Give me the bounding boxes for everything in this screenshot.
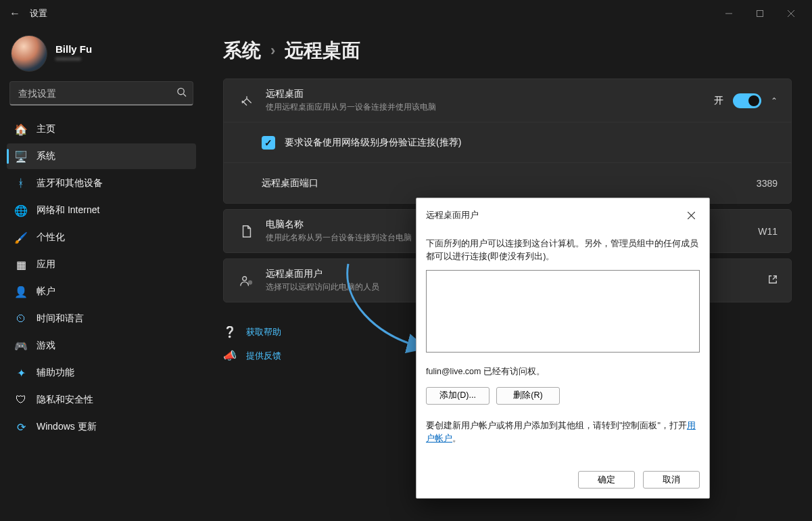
sidebar-item-time[interactable]: ⏲ 时间和语言 xyxy=(7,306,196,332)
home-icon: 🏠 xyxy=(15,123,27,135)
sidebar-item-label: 辅助功能 xyxy=(37,367,74,379)
clock-icon: ⏲ xyxy=(15,313,27,325)
sidebar-item-home[interactable]: 🏠 主页 xyxy=(7,116,196,142)
shield-icon: 🛡 xyxy=(15,394,27,406)
rdp-nla-row[interactable]: ✓ 要求设备使用网络级别身份验证连接(推荐) xyxy=(224,122,791,162)
dialog-desc: 下面所列的用户可以连接到这台计算机。另外，管理员组中的任何成员都可以进行连接(即… xyxy=(426,237,700,263)
rdp-card: 远程桌面 使用远程桌面应用从另一设备连接并使用该电脑 开 ⌃ ✓ 要求设备使用网… xyxy=(223,78,792,204)
rdp-title: 远程桌面 xyxy=(266,88,714,100)
sidebar-item-label: 时间和语言 xyxy=(37,313,84,325)
avatar xyxy=(11,35,47,72)
svg-point-4 xyxy=(178,88,184,94)
update-icon: ⟳ xyxy=(15,421,27,433)
back-button[interactable]: ← xyxy=(5,7,24,20)
search-input[interactable] xyxy=(9,81,193,106)
breadcrumb: 系统 › 远程桌面 xyxy=(223,27,792,78)
sidebar-item-personalization[interactable]: 🖌️ 个性化 xyxy=(7,225,196,250)
minimize-icon xyxy=(725,10,732,17)
search-wrap xyxy=(9,81,193,106)
svg-point-7 xyxy=(249,281,252,284)
chevron-right-icon: › xyxy=(270,42,275,60)
dialog-note: 要创建新用户帐户或将用户添加到其他组，请转到"控制面板"，打开用户帐户。 xyxy=(426,420,700,446)
help-icon: ❔ xyxy=(223,325,235,338)
accessibility-icon: ✦ xyxy=(15,367,27,379)
pcname-value: W11 xyxy=(758,226,778,237)
feedback-icon: 📣 xyxy=(223,349,235,362)
brush-icon: 🖌️ xyxy=(15,231,27,244)
sidebar-item-system[interactable]: 🖥️ 系统 xyxy=(7,143,196,169)
sidebar-item-update[interactable]: ⟳ Windows 更新 xyxy=(7,414,196,440)
sidebar-item-privacy[interactable]: 🛡 隐私和安全性 xyxy=(7,387,196,413)
sidebar-item-network[interactable]: 🌐 网络和 Internet xyxy=(7,198,196,223)
dialog-user-list[interactable] xyxy=(426,270,700,353)
breadcrumb-leaf: 远程桌面 xyxy=(285,38,360,64)
dialog-title: 远程桌面用户 xyxy=(426,209,682,221)
sidebar-item-label: 个性化 xyxy=(37,231,65,244)
sidebar-item-label: 应用 xyxy=(37,258,55,271)
sidebar-item-label: 系统 xyxy=(37,150,55,162)
close-icon xyxy=(688,212,695,219)
profile-email: ••••••••• xyxy=(55,55,92,64)
rdp-sub: 使用远程桌面应用从另一设备连接并使用该电脑 xyxy=(266,101,714,113)
sidebar-item-label: 蓝牙和其他设备 xyxy=(37,177,103,189)
rdp-header-row[interactable]: 远程桌面 使用远程桌面应用从另一设备连接并使用该电脑 开 ⌃ xyxy=(224,79,791,122)
person-icon: 👤 xyxy=(15,286,27,298)
sidebar-item-accounts[interactable]: 👤 帐户 xyxy=(7,279,196,304)
svg-line-2 xyxy=(788,10,794,17)
apps-icon: ▦ xyxy=(15,258,27,271)
chevron-up-icon: ⌃ xyxy=(771,96,778,106)
system-icon: 🖥️ xyxy=(15,150,27,162)
feedback-link[interactable]: 提供反馈 xyxy=(246,350,281,362)
profile-name: Billy Fu xyxy=(55,43,92,55)
sidebar-item-label: 隐私和安全性 xyxy=(37,394,93,406)
port-value: 3389 xyxy=(757,178,778,189)
window-title: 设置 xyxy=(30,7,47,20)
gamepad-icon: 🎮 xyxy=(15,340,27,352)
document-icon xyxy=(237,225,256,238)
cancel-button[interactable]: 取消 xyxy=(643,471,700,489)
sidebar-item-apps[interactable]: ▦ 应用 xyxy=(7,252,196,277)
wifi-icon: 🌐 xyxy=(15,204,27,217)
sidebar-item-accessibility[interactable]: ✦ 辅助功能 xyxy=(7,360,196,386)
sidebar-item-label: 游戏 xyxy=(37,340,55,352)
external-link-icon xyxy=(768,275,778,287)
rdp-users-dialog: 远程桌面用户 下面所列的用户可以连接到这台计算机。另外，管理员组中的任何成员都可… xyxy=(416,198,710,499)
maximize-icon xyxy=(757,10,763,17)
port-label: 远程桌面端口 xyxy=(262,177,757,189)
remove-user-button[interactable]: 删除(R) xyxy=(496,387,560,405)
sidebar-item-bluetooth[interactable]: ᚼ 蓝牙和其他设备 xyxy=(7,171,196,196)
ok-button[interactable]: 确定 xyxy=(578,471,635,489)
breadcrumb-root[interactable]: 系统 xyxy=(223,38,261,64)
close-icon xyxy=(788,10,794,17)
remote-desktop-icon xyxy=(237,94,256,108)
sidebar-item-gaming[interactable]: 🎮 游戏 xyxy=(7,333,196,359)
sidebar-item-label: 帐户 xyxy=(37,286,55,298)
nav: 🏠 主页 🖥️ 系统 ᚼ 蓝牙和其他设备 🌐 网络和 Internet 🖌️ 个… xyxy=(5,115,197,441)
nla-label: 要求设备使用网络级别身份验证连接(推荐) xyxy=(285,137,461,149)
svg-line-3 xyxy=(788,10,794,17)
add-user-button[interactable]: 添加(D)... xyxy=(426,387,489,405)
profile[interactable]: Billy Fu ••••••••• xyxy=(5,27,197,81)
close-button[interactable] xyxy=(775,3,807,24)
people-icon xyxy=(237,275,256,287)
nla-checkbox[interactable]: ✓ xyxy=(262,136,275,150)
minimize-button[interactable] xyxy=(713,3,744,24)
dialog-close-button[interactable] xyxy=(682,206,700,224)
sidebar: Billy Fu ••••••••• 🏠 主页 🖥️ 系统 ᚼ 蓝牙和其他设备 xyxy=(0,27,203,521)
sidebar-item-label: Windows 更新 xyxy=(37,421,97,433)
titlebar: ← 设置 xyxy=(0,0,812,27)
sidebar-item-label: 网络和 Internet xyxy=(37,204,99,217)
get-help-link[interactable]: 获取帮助 xyxy=(246,326,281,338)
maximize-button[interactable] xyxy=(744,3,775,24)
toggle-label: 开 xyxy=(714,95,723,107)
svg-line-5 xyxy=(183,94,186,97)
svg-point-6 xyxy=(243,276,247,280)
bluetooth-icon: ᚼ xyxy=(15,177,27,189)
search-icon xyxy=(176,87,187,100)
rdp-toggle[interactable] xyxy=(733,93,761,108)
rdp-port-row: 远程桌面端口 3389 xyxy=(224,162,791,203)
svg-rect-1 xyxy=(757,11,763,17)
dialog-status: fulin@live.com 已经有访问权。 xyxy=(426,366,700,378)
sidebar-item-label: 主页 xyxy=(37,123,55,135)
